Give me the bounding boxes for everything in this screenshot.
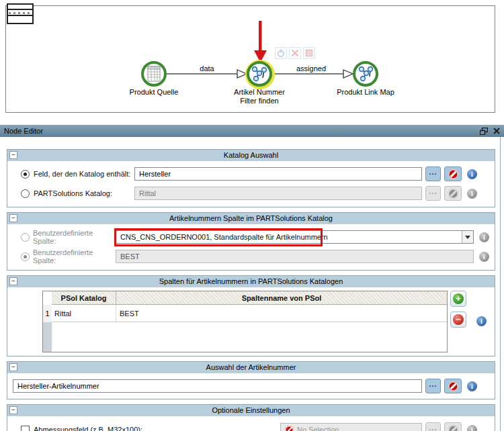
field-label: PARTSolutions Katalog: [34, 189, 134, 197]
edge-label-data: data [187, 64, 227, 73]
info-icon[interactable] [476, 316, 487, 326]
collapse-icon[interactable]: − [9, 151, 17, 159]
artikelnummer-field[interactable] [13, 379, 422, 393]
clear-selection-button[interactable] [444, 379, 462, 393]
table-header-row: PSol Katalog Spaltenname von PSol [52, 291, 447, 305]
info-icon [467, 425, 477, 431]
workflow-canvas: data assigned Produkt Quelle Artikel Num… [5, 5, 495, 113]
column-header-spaltenname: Spaltenname von PSol [116, 291, 447, 304]
radio-benutzerdefinierte-spalte-best [21, 252, 30, 261]
node-editor-panel: − Katalog Auswahl Feld, der den Katalog … [0, 137, 501, 431]
section-header: − Spalten für Artikelnummern in PARTSolu… [7, 276, 495, 287]
node-label-produkt-link-map: Produkt Link Map [335, 88, 396, 97]
hersteller-field[interactable] [134, 167, 422, 181]
network-icon [357, 65, 374, 83]
node-produkt-quelle[interactable] [141, 61, 167, 87]
dropdown-value: CNS_CNS_ORDERNO001, Standardspalte für A… [120, 233, 462, 241]
section-artikelnummern-spalte: − Artikelnummern Spalte im PARTSolutions… [7, 212, 495, 271]
radio-partsolutions-katalog[interactable] [21, 189, 30, 198]
section-optionale-einstellungen: − Optionale Einstellungen Abmessungsfeld… [7, 404, 495, 431]
best-field [116, 250, 474, 263]
no-entry-icon [448, 381, 458, 391]
cell-spaltenname[interactable]: BEST [116, 309, 447, 318]
no-selection-text: No Selection [297, 426, 421, 431]
row-abmessungsfeld: Abmessungsfeld (z.B. M32x100): No Select… [21, 422, 477, 431]
browse-button-disabled: ... [425, 186, 441, 201]
cell-psol-katalog[interactable]: Rittal [52, 305, 116, 322]
radio-feld-katalog[interactable] [21, 170, 30, 179]
node-editor-titlebar: Node Editor [0, 125, 504, 137]
node-produkt-link-map[interactable] [353, 61, 378, 87]
node-label-artikel-nummer-filter: Artikel Nummer Filter finden [229, 88, 290, 105]
section-title: Katalog Auswahl [224, 151, 278, 159]
rittal-field [134, 187, 422, 200]
no-entry-icon [448, 169, 458, 179]
remove-row-button[interactable]: − [450, 312, 466, 328]
collapse-icon[interactable]: − [9, 406, 17, 414]
node-artikel-nummer-filter[interactable] [247, 61, 272, 87]
close-icon[interactable] [493, 128, 500, 134]
section-title: Auswahl der Artikelnummer [206, 363, 296, 371]
browse-button[interactable]: ... [425, 379, 441, 393]
section-header: − Artikelnummern Spalte im PARTSolutions… [7, 213, 495, 224]
clear-selection-button-disabled [444, 186, 462, 201]
info-icon[interactable] [467, 169, 477, 179]
spalten-table[interactable]: PSol Katalog Spaltenname von PSol 1 Ritt… [42, 291, 448, 352]
minus-icon: − [453, 314, 464, 325]
abmessungsfeld-field: No Selection [280, 423, 422, 431]
edge-arrowhead-icon [343, 70, 353, 78]
no-entry-icon [448, 425, 458, 431]
network-icon [251, 65, 268, 83]
clear-selection-button[interactable] [444, 166, 462, 181]
section-title: Optionale Einstellungen [212, 406, 290, 414]
edge-arrowhead-icon [237, 70, 247, 78]
browse-button-disabled: ... [425, 422, 441, 431]
row-feld-katalog: Feld, der den Katalog enthält: ... [21, 166, 477, 181]
section-header: − Optionale Einstellungen [7, 405, 495, 416]
field-label: Feld, der den Katalog enthält: [34, 170, 134, 178]
panel-title: Node Editor [4, 127, 480, 135]
spreadsheet-icon [146, 66, 161, 82]
float-window-icon[interactable] [480, 128, 488, 135]
collapse-icon[interactable]: − [9, 363, 17, 371]
browse-button[interactable]: ... [425, 166, 441, 181]
add-row-button[interactable]: + [450, 291, 466, 307]
edge-label-assigned: assigned [291, 64, 331, 73]
field-label: Benutzerdefinierte Spalte: [33, 248, 116, 265]
no-selection-icon [285, 426, 294, 431]
node-hover-toolbar [275, 47, 315, 59]
collapse-icon[interactable]: − [9, 277, 17, 285]
row-number[interactable]: 1 [43, 305, 52, 322]
stop-square-icon[interactable] [303, 47, 315, 59]
delete-x-icon[interactable] [289, 47, 301, 59]
power-icon[interactable] [275, 47, 287, 59]
info-icon [467, 189, 477, 199]
info-icon[interactable] [467, 381, 477, 391]
info-icon [479, 232, 489, 242]
column-header-psol-katalog: PSol Katalog [52, 291, 116, 304]
row-benutzerdefinierte-spalte-best: Benutzerdefinierte Spalte: [21, 249, 489, 264]
section-title: Artikelnummern Spalte im PARTSolutions K… [169, 214, 333, 222]
node-label-produkt-quelle: Produkt Quelle [124, 88, 184, 97]
section-auswahl-artikelnummer: − Auswahl der Artikelnummer ... [7, 361, 495, 399]
row-artikelnummer: ... [13, 379, 477, 393]
clear-selection-button-disabled [444, 422, 462, 431]
section-header: − Katalog Auswahl [7, 150, 495, 161]
no-entry-icon [448, 189, 458, 199]
abmessungsfeld-checkbox[interactable] [21, 426, 30, 431]
section-katalog-auswahl: − Katalog Auswahl Feld, der den Katalog … [7, 149, 495, 207]
field-label: Abmessungsfeld (z.B. M32x100): [34, 426, 280, 431]
table-row[interactable]: Rittal BEST [52, 305, 447, 322]
radio-benutzerdefinierte-spalte [21, 233, 30, 242]
row-partsolutions-katalog: PARTSolutions Katalog: ... [21, 186, 477, 201]
section-title: Spalten für Artikelnummern in PARTSoluti… [159, 277, 343, 285]
chevron-down-icon[interactable] [462, 231, 473, 243]
section-header: − Auswahl der Artikelnummer [7, 362, 495, 373]
section-spalten-tabelle: − Spalten für Artikelnummern in PARTSolu… [7, 275, 495, 356]
row-benutzerdefinierte-spalte-dropdown: Benutzerdefinierte Spalte: CNS_CNS_ORDER… [21, 230, 489, 244]
field-label: Benutzerdefinierte Spalte: [33, 229, 116, 245]
collapse-icon[interactable]: − [9, 214, 17, 222]
spalte-dropdown[interactable]: CNS_CNS_ORDERNO001, Standardspalte für A… [116, 230, 474, 244]
info-icon [479, 252, 489, 262]
plus-icon: + [453, 293, 464, 304]
